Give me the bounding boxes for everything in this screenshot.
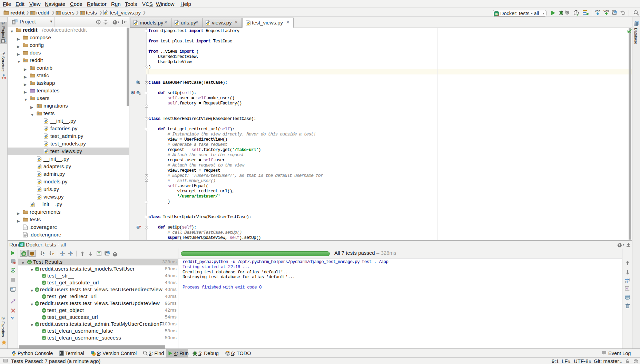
svg-text:z: z xyxy=(43,254,44,256)
svg-text:di: di xyxy=(495,12,498,16)
svg-text:di: di xyxy=(20,243,23,246)
svg-text:VCS: VCS xyxy=(595,10,600,13)
